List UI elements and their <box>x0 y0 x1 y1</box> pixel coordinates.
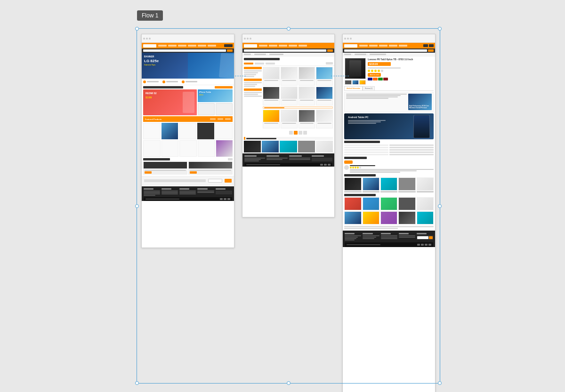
frame-category: › › <box>242 34 335 217</box>
flow-label: Flow 1 <box>137 10 163 21</box>
frame-homepage: BANNER LG 825e Camera Tips REDMI S2 $199 <box>141 34 234 248</box>
frame-product-detail: › › Lenovo P8 Tab3 8plus <box>342 34 436 392</box>
